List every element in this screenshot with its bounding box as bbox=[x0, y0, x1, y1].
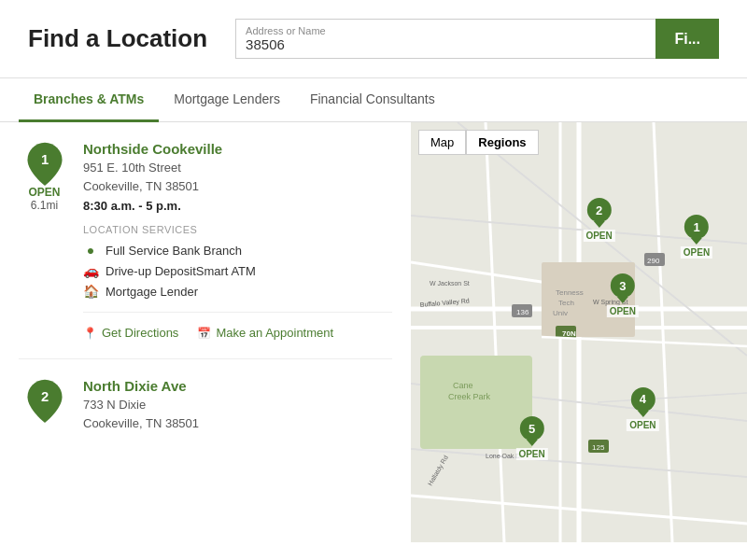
svg-text:70N: 70N bbox=[562, 329, 576, 338]
directions-icon: 📍 bbox=[83, 327, 97, 340]
svg-rect-14 bbox=[420, 356, 532, 449]
map-view-button[interactable]: Map bbox=[418, 130, 466, 155]
svg-text:1: 1 bbox=[40, 152, 48, 167]
service-label-mortgage: Mortgage Lender bbox=[106, 285, 198, 299]
search-area: Address or Name Fi... bbox=[235, 19, 719, 59]
service-item-atm: 🚗 Drive-up DepositSmart ATM bbox=[83, 263, 392, 278]
pin-col-1: 1 OPEN 6.1mi bbox=[19, 141, 70, 340]
svg-text:W Spring St: W Spring St bbox=[593, 299, 627, 306]
list-item: 2 North Dixie Ave 733 N DixieCookeville,… bbox=[19, 378, 392, 432]
map-controls: Map Regions bbox=[418, 130, 539, 155]
service-item-mortgage: 🏠 Mortgage Lender bbox=[83, 284, 392, 299]
left-panel: 1 OPEN 6.1mi Northside Cookeville 951 E.… bbox=[0, 122, 411, 542]
location-address-2: 733 N DixieCookeville, TN 38501 bbox=[83, 396, 392, 432]
tab-mortgage[interactable]: Mortgage Lenders bbox=[159, 78, 295, 122]
service-label-atm: Drive-up DepositSmart ATM bbox=[106, 264, 256, 278]
location-name-1: Northside Cookeville bbox=[83, 141, 392, 157]
svg-text:Tech: Tech bbox=[558, 299, 574, 307]
status-badge-1: OPEN bbox=[28, 186, 60, 199]
location-info-2: North Dixie Ave 733 N DixieCookeville, T… bbox=[83, 378, 392, 432]
map-pin-1: 1 bbox=[24, 141, 65, 182]
tab-financial[interactable]: Financial Consultants bbox=[295, 78, 450, 122]
search-input[interactable] bbox=[246, 36, 646, 52]
tab-branches[interactable]: Branches & ATMs bbox=[19, 78, 159, 122]
service-item-bank: ● Full Service Bank Branch bbox=[83, 243, 392, 258]
services-title: LOCATION SERVICES bbox=[83, 224, 392, 235]
location-hours-1: 8:30 a.m. - 5 p.m. bbox=[83, 199, 392, 213]
get-directions-link[interactable]: 📍 Get Directions bbox=[83, 326, 178, 340]
map-background: Cane Creek Park Tenness Tech Univ W Jack… bbox=[411, 122, 747, 542]
svg-text:290: 290 bbox=[647, 257, 660, 265]
svg-text:W Jackson St: W Jackson St bbox=[430, 280, 470, 287]
tabs-container: Branches & ATMs Mortgage Lenders Financi… bbox=[0, 78, 747, 122]
services-section: LOCATION SERVICES ● Full Service Bank Br… bbox=[83, 224, 392, 299]
location-name-2: North Dixie Ave bbox=[83, 378, 392, 394]
main-content: 1 OPEN 6.1mi Northside Cookeville 951 E.… bbox=[0, 122, 747, 542]
svg-text:125: 125 bbox=[592, 443, 605, 452]
divider bbox=[19, 358, 392, 359]
svg-text:Cane: Cane bbox=[453, 381, 473, 390]
svg-text:2: 2 bbox=[40, 389, 48, 404]
service-label-bank: Full Service Bank Branch bbox=[106, 244, 242, 258]
make-appointment-link[interactable]: 📅 Make an Appointment bbox=[197, 326, 333, 340]
search-input-wrapper: Address or Name bbox=[235, 19, 655, 59]
search-label: Address or Name bbox=[246, 25, 646, 36]
page-title: Find a Location bbox=[28, 24, 207, 53]
map-panel: Cane Creek Park Tenness Tech Univ W Jack… bbox=[411, 122, 747, 542]
actions-1: 📍 Get Directions 📅 Make an Appointment bbox=[83, 312, 392, 340]
bank-icon: ● bbox=[83, 243, 98, 258]
svg-text:Tenness: Tenness bbox=[556, 288, 584, 297]
list-item: 1 OPEN 6.1mi Northside Cookeville 951 E.… bbox=[19, 141, 392, 340]
location-address-1: 951 E. 10th StreetCookeville, TN 38501 bbox=[83, 159, 392, 195]
pin-col-2: 2 bbox=[19, 378, 70, 432]
map-pin-2: 2 bbox=[24, 378, 65, 419]
svg-text:Lone Oak Dr: Lone Oak Dr bbox=[486, 453, 523, 459]
car-icon: 🚗 bbox=[83, 263, 98, 278]
appointment-icon: 📅 bbox=[197, 327, 211, 340]
find-button[interactable]: Fi... bbox=[655, 19, 719, 59]
distance-1: 6.1mi bbox=[31, 199, 58, 212]
svg-text:Creek Park: Creek Park bbox=[448, 392, 491, 401]
svg-text:136: 136 bbox=[516, 308, 529, 316]
header: Find a Location Address or Name Fi... bbox=[0, 0, 747, 78]
regions-view-button[interactable]: Regions bbox=[466, 130, 538, 155]
svg-text:Univ: Univ bbox=[553, 309, 568, 317]
location-info-1: Northside Cookeville 951 E. 10th StreetC… bbox=[83, 141, 392, 340]
house-icon: 🏠 bbox=[83, 284, 98, 299]
